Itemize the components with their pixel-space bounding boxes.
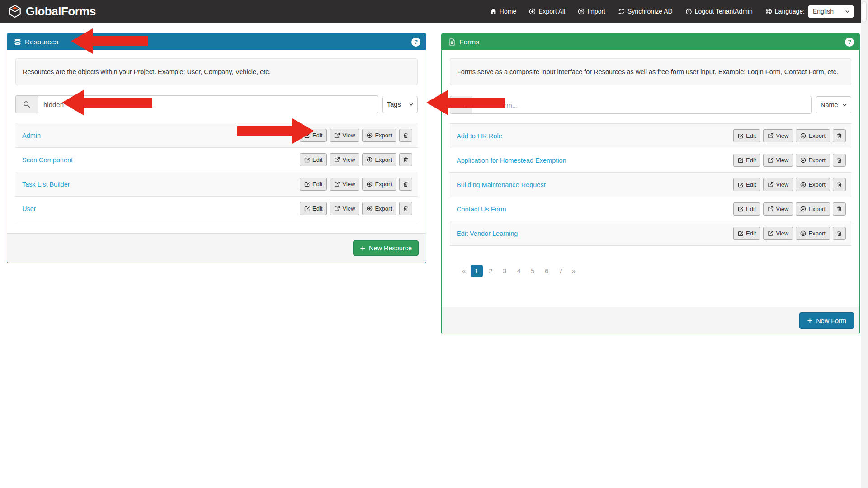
resource-link[interactable]: Task List Builder	[22, 181, 70, 188]
export-button[interactable]: Export	[362, 129, 396, 142]
resources-search-group	[15, 95, 378, 113]
form-link[interactable]: Add to HR Role	[457, 132, 502, 140]
pagination-page-2[interactable]: 2	[485, 265, 497, 277]
export-button[interactable]: Export	[796, 202, 830, 216]
form-link[interactable]: Application for Homestead Exemption	[457, 157, 566, 164]
delete-button[interactable]	[833, 227, 846, 240]
pagination-page-4[interactable]: 4	[513, 265, 525, 277]
nav-home[interactable]: Home	[490, 8, 516, 15]
edit-button[interactable]: Edit	[733, 129, 760, 142]
resource-link[interactable]: Admin	[22, 132, 41, 139]
view-button[interactable]: View	[330, 178, 359, 191]
resources-search-input[interactable]	[38, 95, 378, 113]
edit-button[interactable]: Edit	[300, 153, 327, 166]
delete-button[interactable]	[833, 154, 846, 167]
resource-row: Task List Builder Edit View Export	[15, 172, 418, 197]
edit-button[interactable]: Edit	[300, 129, 327, 142]
export-icon	[800, 206, 806, 212]
view-button[interactable]: View	[763, 129, 793, 142]
edit-button[interactable]: Edit	[733, 227, 760, 240]
pagination-page-3[interactable]: 3	[499, 265, 511, 277]
home-icon	[490, 8, 497, 15]
delete-button[interactable]	[833, 129, 846, 142]
nav-import[interactable]: Import	[578, 8, 605, 15]
forms-name-filter[interactable]: Name	[816, 96, 851, 113]
export-button[interactable]: Export	[362, 153, 396, 166]
export-icon	[800, 230, 806, 236]
import-icon	[578, 8, 585, 15]
delete-button[interactable]	[833, 178, 846, 191]
nav-export-all[interactable]: Export All	[529, 8, 565, 15]
trash-icon	[403, 157, 409, 163]
delete-button[interactable]	[399, 153, 412, 166]
edit-button[interactable]: Edit	[733, 178, 760, 191]
export-button[interactable]: Export	[796, 154, 830, 167]
app-title: GlobalForms	[26, 5, 96, 19]
trash-icon	[836, 182, 842, 188]
external-link-icon	[768, 230, 774, 236]
edit-button[interactable]: Edit	[733, 202, 760, 216]
edit-button[interactable]: Edit	[733, 154, 760, 167]
nav-logout[interactable]: Logout TenantAdmin	[685, 8, 753, 15]
delete-button[interactable]	[399, 178, 412, 191]
trash-icon	[836, 157, 842, 163]
edit-button[interactable]: Edit	[300, 202, 327, 215]
help-icon[interactable]: ?	[845, 38, 854, 47]
forms-panel: Forms ? Forms serve as a composite input…	[441, 33, 860, 334]
delete-button[interactable]	[399, 202, 412, 215]
pagination-page-7[interactable]: 7	[555, 265, 567, 277]
pagination-page-6[interactable]: 6	[541, 265, 553, 277]
export-button[interactable]: Export	[796, 227, 830, 240]
edit-icon	[738, 157, 744, 163]
top-navbar: GlobalForms Home Export All Import Synch…	[0, 0, 868, 23]
form-link[interactable]: Building Maintenance Request	[457, 181, 546, 188]
new-form-button[interactable]: New Form	[799, 312, 854, 329]
resources-panel-footer: New Resource	[7, 233, 426, 263]
nav-synchronize-ad[interactable]: Synchronize AD	[618, 8, 673, 15]
external-link-icon	[334, 132, 340, 138]
view-button[interactable]: View	[330, 153, 359, 166]
form-row: Building Maintenance Request Edit View E…	[450, 173, 851, 197]
forms-panel-header: Forms ?	[442, 33, 859, 50]
language-select[interactable]: English	[808, 5, 854, 18]
new-resource-button[interactable]: New Resource	[353, 240, 419, 256]
row-actions: Edit View Export	[300, 129, 412, 142]
external-link-icon	[768, 182, 774, 188]
row-actions: Edit View Export	[733, 178, 846, 191]
resources-tags-filter[interactable]: Tags	[382, 96, 418, 113]
view-button[interactable]: View	[763, 154, 793, 167]
scrollbar[interactable]	[861, 0, 868, 488]
pagination-prev[interactable]: «	[459, 265, 469, 277]
help-icon[interactable]: ?	[411, 38, 420, 47]
export-button[interactable]: Export	[796, 178, 830, 191]
view-button[interactable]: View	[330, 202, 359, 215]
edit-icon	[738, 133, 744, 139]
form-link[interactable]: Edit Vendor Learning	[457, 230, 518, 237]
delete-button[interactable]	[833, 202, 846, 216]
edit-button[interactable]: Edit	[300, 178, 327, 191]
pagination-page-1[interactable]: 1	[471, 265, 483, 277]
chevron-down-icon	[845, 9, 850, 14]
app-brand[interactable]: GlobalForms	[8, 5, 96, 19]
pagination-next[interactable]: »	[569, 265, 579, 277]
scrollbar-thumb[interactable]	[862, 1, 867, 22]
export-button[interactable]: Export	[362, 178, 396, 191]
pagination-page-5[interactable]: 5	[527, 265, 539, 277]
view-button[interactable]: View	[763, 202, 793, 216]
row-actions: Edit View Export	[733, 227, 846, 240]
view-button[interactable]: View	[763, 227, 793, 240]
delete-button[interactable]	[399, 129, 412, 142]
view-button[interactable]: View	[330, 129, 359, 142]
row-actions: Edit View Export	[300, 202, 412, 215]
row-actions: Edit View Export	[300, 153, 412, 166]
export-button[interactable]: Export	[796, 129, 830, 142]
view-button[interactable]: View	[763, 178, 793, 191]
form-link[interactable]: Contact Us Form	[457, 206, 506, 213]
chevron-down-icon	[409, 102, 414, 107]
resources-description: Resources are the objects within your Pr…	[15, 58, 418, 85]
forms-search-input[interactable]	[472, 96, 812, 114]
resource-link[interactable]: Scan Component	[22, 156, 73, 164]
edit-icon	[738, 206, 744, 212]
export-button[interactable]: Export	[362, 202, 396, 215]
resource-link[interactable]: User	[22, 205, 36, 212]
